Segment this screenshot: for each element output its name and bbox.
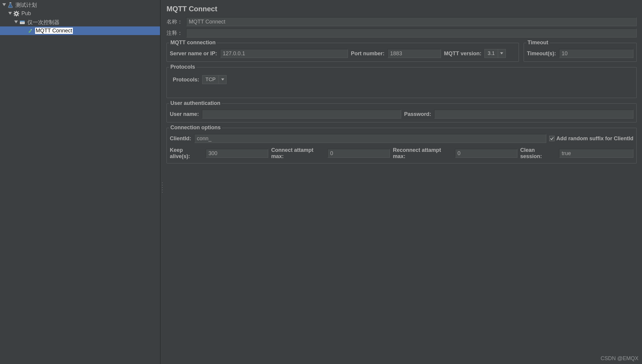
tree-expand-icon[interactable]	[2, 3, 7, 7]
svg-marker-13	[14, 21, 18, 23]
connect-attempt-label: Connect attampt max:	[271, 147, 324, 160]
tree-item-test-plan[interactable]: 测试计划	[0, 1, 160, 9]
flask-icon	[7, 2, 14, 8]
username-label: User name:	[170, 111, 199, 117]
svg-rect-16	[21, 23, 24, 23]
server-input[interactable]	[220, 49, 348, 58]
chevron-down-icon[interactable]	[498, 49, 506, 58]
clientid-input[interactable]	[194, 134, 546, 143]
splitter-handle[interactable]: •••••	[161, 181, 164, 193]
reconnect-attempt-label: Reconnect attampt max:	[393, 147, 452, 160]
tree-item-label: 测试计划	[15, 1, 37, 9]
comment-input[interactable]	[186, 29, 637, 37]
svg-rect-5	[16, 11, 17, 12]
group-connection-options: Connection options ClientId: Add random …	[167, 128, 637, 163]
keepalive-label: Keep alive(s):	[170, 147, 203, 160]
tree-item-once-controller[interactable]: 仅一次控制器	[0, 18, 160, 26]
clean-session-input[interactable]	[559, 149, 633, 158]
svg-rect-17	[28, 30, 31, 33]
version-label: MQTT version:	[444, 51, 481, 57]
group-timeout: Timeout Timeout(s):	[524, 43, 637, 62]
svg-marker-0	[2, 3, 6, 6]
svg-rect-1	[10, 2, 11, 3]
connect-attempt-input[interactable]	[327, 149, 390, 158]
watermark: CSDN @EMQX	[601, 355, 638, 362]
svg-marker-2	[8, 12, 12, 15]
tree-expand-icon[interactable]	[14, 20, 18, 25]
sampler-icon	[27, 28, 33, 34]
group-user-auth: User authentication User name: Password:	[167, 103, 637, 122]
checkbox-box	[549, 136, 555, 141]
tree-item-label: 仅一次控制器	[27, 19, 59, 26]
reconnect-attempt-input[interactable]	[455, 149, 517, 158]
clientid-label: ClientId:	[170, 135, 191, 142]
tree-expand-icon[interactable]	[8, 11, 12, 16]
name-row: 名称：	[167, 17, 637, 26]
chevron-down-icon[interactable]	[219, 75, 226, 84]
port-label: Port number:	[351, 51, 384, 57]
protocols-label: Protocols:	[173, 77, 199, 83]
password-label: Password:	[404, 111, 431, 117]
svg-rect-6	[16, 15, 17, 17]
app-root: 测试计划 P	[0, 0, 642, 364]
server-label: Server name or IP:	[170, 51, 217, 57]
svg-rect-9	[14, 11, 15, 12]
svg-rect-10	[18, 11, 19, 12]
keepalive-input[interactable]	[206, 149, 268, 158]
top-groups: MQTT connection Server name or IP: Port …	[167, 40, 637, 62]
group-protocols: Protocols Protocols: TCP	[167, 67, 637, 98]
comment-label: 注释：	[167, 29, 184, 37]
group-legend: Connection options	[169, 125, 222, 131]
random-suffix-label: Add random suffix for ClientId	[556, 135, 633, 142]
controller-icon	[19, 19, 26, 26]
svg-marker-19	[500, 52, 503, 54]
svg-rect-11	[14, 15, 15, 16]
clean-session-label: Clean session:	[520, 147, 556, 160]
svg-rect-15	[20, 21, 25, 22]
protocols-value: TCP	[203, 75, 219, 84]
username-input[interactable]	[202, 110, 401, 119]
version-dropdown[interactable]: 3.1	[484, 49, 506, 58]
comment-row: 注释：	[167, 29, 637, 37]
page-title: MQTT Connect	[167, 5, 637, 13]
svg-rect-12	[18, 15, 19, 16]
svg-point-4	[15, 13, 17, 15]
tree-panel: 测试计划 P	[0, 0, 161, 364]
name-label: 名称：	[167, 18, 184, 25]
timeout-label: Timeout(s):	[527, 51, 556, 57]
tree-item-label: MQTT Connect	[35, 28, 73, 34]
random-suffix-checkbox[interactable]: Add random suffix for ClientId	[549, 135, 633, 142]
svg-point-18	[31, 29, 32, 30]
group-legend: User authentication	[169, 100, 222, 106]
svg-rect-7	[13, 13, 15, 14]
gear-icon	[13, 10, 20, 17]
group-legend: Timeout	[526, 40, 550, 46]
group-legend: MQTT connection	[169, 40, 217, 46]
tree-item-label: Pub	[21, 10, 31, 17]
tree-item-mqtt-connect[interactable]: ▸ MQTT Connect	[0, 26, 160, 35]
svg-marker-20	[221, 78, 224, 81]
name-input[interactable]	[186, 17, 637, 26]
group-mqtt-connection: MQTT connection Server name or IP: Port …	[167, 43, 519, 62]
password-input[interactable]	[434, 110, 633, 119]
main-panel: MQTT Connect 名称： 注释： MQTT connection Ser…	[161, 0, 642, 364]
timeout-input[interactable]	[559, 49, 633, 58]
tree-item-pub[interactable]: Pub	[0, 9, 160, 18]
group-legend: Protocols	[169, 64, 196, 70]
version-value: 3.1	[485, 49, 498, 58]
port-input[interactable]	[387, 49, 441, 58]
protocols-dropdown[interactable]: TCP	[202, 75, 227, 84]
svg-rect-8	[18, 13, 19, 14]
